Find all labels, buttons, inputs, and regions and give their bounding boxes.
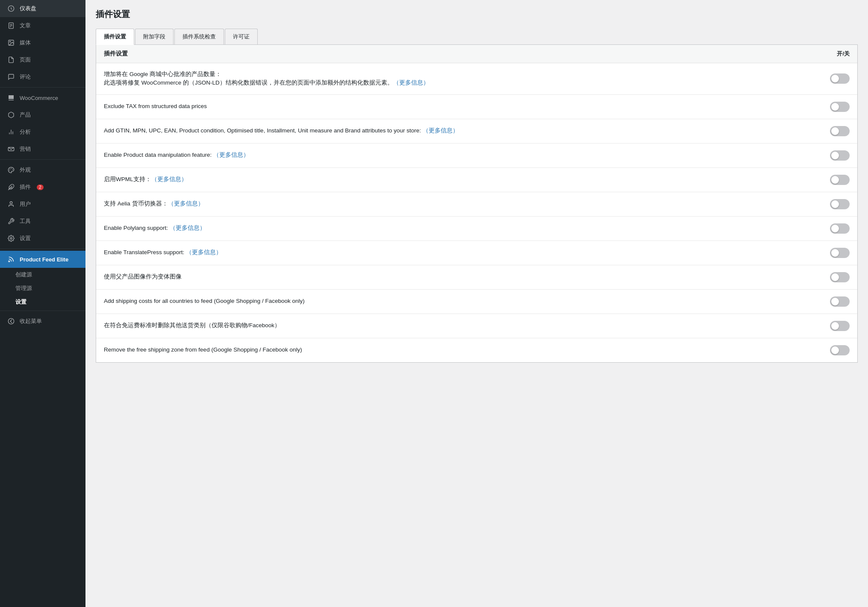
tabs-container: 插件设置 附加字段 插件系统检查 许可证 [96, 29, 858, 45]
sidebar-item-analytics[interactable]: 分析 [0, 123, 85, 141]
main-content: 插件设置 插件设置 附加字段 插件系统检查 许可证 插件设置 开/关 增加将在 … [85, 0, 868, 607]
sidebar-item-marketing[interactable]: 营销 [0, 141, 85, 158]
sidebar-collapse-menu[interactable]: 收起菜单 [0, 313, 85, 330]
sidebar-item-label: 产品 [20, 111, 31, 119]
settings-row-text: Enable Polylang support: （更多信息） [104, 224, 830, 232]
toggle-slider [830, 345, 850, 355]
toggle-product-data[interactable] [830, 150, 850, 161]
more-info-link[interactable]: （更多信息） [168, 200, 204, 207]
toggle-aelia[interactable] [830, 199, 850, 209]
comment-icon [7, 73, 15, 81]
settings-row-free-shipping-zone: Remove the free shipping zone from feed … [96, 338, 857, 362]
toggle-delete-shipping[interactable] [830, 321, 850, 331]
more-info-link[interactable]: （更多信息） [423, 127, 459, 134]
sidebar-item-label: 用户 [20, 200, 31, 208]
more-info-link[interactable]: （更多信息） [213, 152, 249, 158]
toggle-google-increase[interactable] [830, 73, 850, 84]
toggle-slider [830, 248, 850, 258]
sidebar-item-product-feed-elite[interactable]: Product Feed Elite [0, 251, 85, 268]
settings-panel: 插件设置 开/关 增加将在 Google 商城中心批准的产品数量： 此选项将修复… [96, 45, 858, 363]
settings-row-delete-shipping: 在符合免运费标准时删除其他送货类别（仅限谷歌购物/Facebook） [96, 314, 857, 338]
toggle-slider [830, 321, 850, 331]
sidebar-sub-label: 创建源 [15, 271, 32, 278]
sidebar: 仪表盘 文章 媒体 页面 评论 WooCommerce [0, 0, 85, 607]
sidebar-item-products[interactable]: 产品 [0, 106, 85, 123]
box-icon [7, 111, 15, 119]
sidebar-item-label: WooCommerce [20, 95, 58, 101]
paint-icon [7, 166, 15, 174]
tab-extra-fields[interactable]: 附加字段 [135, 29, 174, 44]
toggle-parent-image[interactable] [830, 272, 850, 282]
sidebar-item-dashboard[interactable]: 仪表盘 [0, 0, 85, 17]
sidebar-item-plugins[interactable]: 插件 2 [0, 179, 85, 196]
sidebar-item-settings[interactable]: 设置 [0, 230, 85, 247]
tab-plugin-settings[interactable]: 插件设置 [96, 29, 134, 45]
settings-header-toggle-label: 开/关 [837, 50, 850, 58]
sidebar-item-tools[interactable]: 工具 [0, 213, 85, 230]
toggle-shipping-costs[interactable] [830, 296, 850, 307]
sidebar-sub-settings[interactable]: 设置 [0, 295, 85, 309]
more-info-link[interactable]: （更多信息） [393, 79, 429, 86]
wrench-icon [7, 217, 15, 226]
sidebar-item-label: 设置 [20, 235, 31, 242]
settings-row-text: 支持 Aelia 货币切换器：（更多信息） [104, 199, 830, 208]
svg-point-6 [10, 41, 11, 42]
toggle-polylang[interactable] [830, 223, 850, 234]
document-icon [7, 21, 15, 30]
settings-row-text: 使用父产品图像作为变体图像 [104, 273, 830, 281]
tab-system-check[interactable]: 插件系统检查 [174, 29, 224, 44]
svg-point-18 [10, 238, 12, 239]
toggle-add-gtin[interactable] [830, 126, 850, 136]
sidebar-sub-create-source[interactable]: 创建源 [0, 268, 85, 282]
toggle-exclude-tax[interactable] [830, 102, 850, 112]
svg-point-17 [10, 202, 12, 204]
settings-row-text: 启用WPML支持：（更多信息） [104, 175, 830, 184]
sidebar-item-label: 工具 [20, 217, 31, 225]
settings-row-google-increase: 增加将在 Google 商城中心批准的产品数量： 此选项将修复 WooComme… [96, 63, 857, 95]
toggle-free-shipping-zone[interactable] [830, 345, 850, 355]
svg-point-19 [9, 261, 10, 262]
toggle-slider [830, 126, 850, 136]
sidebar-item-comments[interactable]: 评论 [0, 68, 85, 85]
sidebar-item-label: 插件 [20, 183, 31, 191]
more-info-link[interactable]: （更多信息） [151, 176, 187, 182]
settings-row-text: Enable TranslatePress support: （更多信息） [104, 248, 830, 257]
settings-row-text: Exclude TAX from structured data prices [104, 102, 830, 111]
more-info-link[interactable]: （更多信息） [186, 249, 222, 255]
sidebar-sub-manage-source[interactable]: 管理源 [0, 282, 85, 295]
toggle-slider [830, 199, 850, 209]
settings-row-polylang: Enable Polylang support: （更多信息） [96, 217, 857, 241]
sidebar-item-appearance[interactable]: 外观 [0, 161, 85, 179]
image-icon [7, 38, 15, 47]
sidebar-item-label: 外观 [20, 166, 31, 174]
toggle-slider [830, 150, 850, 161]
toggle-slider [830, 296, 850, 307]
toggle-slider [830, 272, 850, 282]
chart-icon [7, 128, 15, 136]
more-info-link[interactable]: （更多信息） [170, 225, 206, 231]
svg-point-20 [8, 318, 14, 324]
sidebar-item-pages[interactable]: 页面 [0, 51, 85, 68]
sidebar-item-label: 媒体 [20, 39, 31, 47]
settings-row-text: 增加将在 Google 商城中心批准的产品数量： 此选项将修复 WooComme… [104, 70, 830, 88]
megaphone-icon [7, 145, 15, 153]
svg-point-11 [12, 168, 12, 169]
sidebar-item-woocommerce[interactable]: WooCommerce [0, 89, 85, 106]
toggle-slider [830, 223, 850, 234]
sidebar-sub-label: 设置 [15, 299, 26, 305]
toggle-wpml[interactable] [830, 175, 850, 185]
tab-license[interactable]: 许可证 [225, 29, 258, 44]
woo-icon [7, 94, 15, 102]
sidebar-sub-label: 管理源 [15, 285, 32, 291]
settings-row-parent-image: 使用父产品图像作为变体图像 [96, 265, 857, 290]
sidebar-collapse-label: 收起菜单 [20, 317, 42, 325]
sidebar-item-label: 仪表盘 [20, 5, 36, 12]
sidebar-item-posts[interactable]: 文章 [0, 17, 85, 34]
sidebar-item-label: 营销 [20, 145, 31, 153]
sidebar-item-media[interactable]: 媒体 [0, 34, 85, 51]
svg-point-13 [10, 169, 10, 169]
toggle-translatepress[interactable] [830, 248, 850, 258]
page-title: 插件设置 [96, 9, 858, 20]
user-icon [7, 200, 15, 208]
sidebar-item-users[interactable]: 用户 [0, 196, 85, 213]
